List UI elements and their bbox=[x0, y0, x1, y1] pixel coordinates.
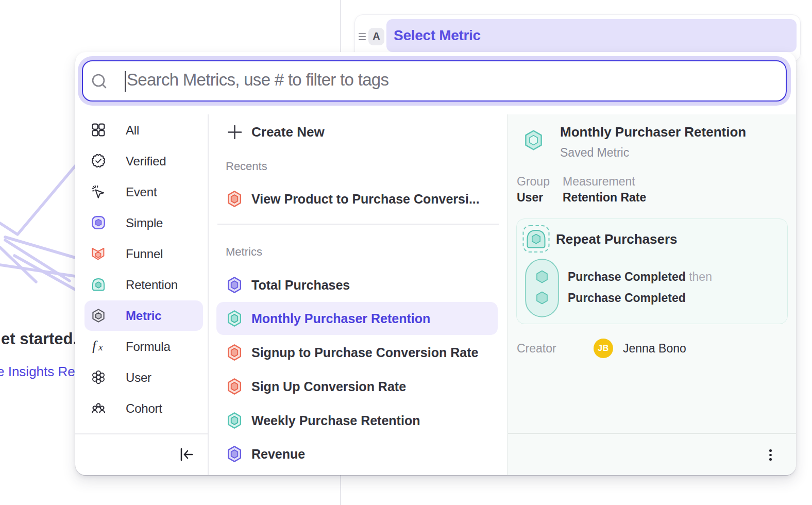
svg-text:x: x bbox=[98, 342, 103, 352]
svg-text:f: f bbox=[92, 340, 98, 353]
